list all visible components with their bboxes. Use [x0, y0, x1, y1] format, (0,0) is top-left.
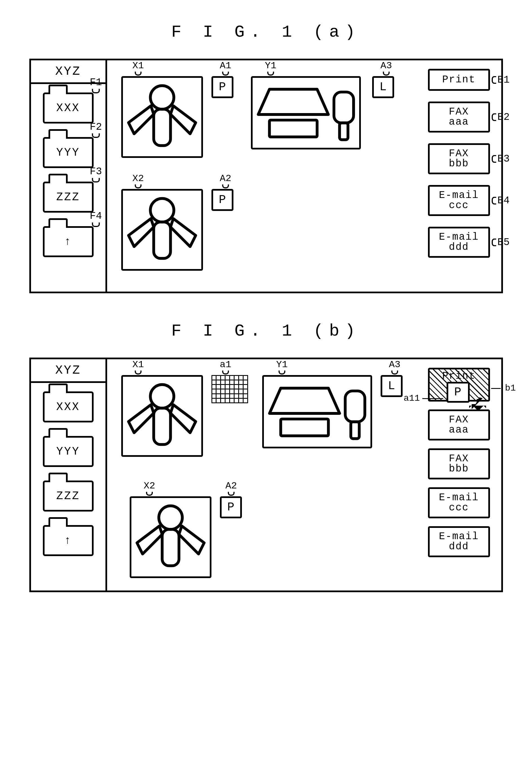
thumb-x1[interactable]	[121, 76, 203, 158]
dest-fax-bbb[interactable]: FAXbbb	[428, 143, 490, 174]
dest-email-ccc[interactable]: E-mailccc	[428, 185, 490, 216]
landscape-icon	[253, 78, 359, 148]
window-fig-b: XYZ XXX YYY ZZZ ↑ X1	[29, 358, 503, 592]
folder-text: YYY	[56, 146, 80, 159]
thumb-x1[interactable]	[121, 375, 203, 457]
folder-zzz[interactable]: ZZZ	[43, 481, 94, 512]
dest-subtext: ccc	[449, 503, 469, 513]
person-icon	[131, 498, 210, 576]
orient-a3-tag: A3	[389, 359, 401, 374]
dest-text: FAX	[449, 454, 469, 464]
svg-marker-10	[269, 388, 339, 413]
dest-tag: B3	[492, 153, 509, 165]
folder-text: ZZZ	[56, 490, 80, 503]
orient-a3-val: L	[388, 379, 395, 393]
dest-subtext: ddd	[449, 242, 469, 252]
callout-line	[422, 398, 443, 399]
folder-xxx[interactable]: F1 XXX	[43, 92, 94, 124]
folder-up[interactable]: ↑	[43, 525, 94, 556]
orient-a3-tag: A3	[381, 60, 392, 76]
orient-a3[interactable]: L	[372, 76, 394, 98]
dest-fax-aaa[interactable]: FAXaaa	[428, 102, 490, 133]
person-icon	[123, 78, 201, 156]
thumb-y1[interactable]	[251, 76, 361, 149]
folder-yyy[interactable]: F2 YYY	[43, 137, 94, 168]
orient-a3[interactable]: L	[381, 375, 403, 397]
svg-rect-4	[334, 92, 354, 123]
window-fig-a: XYZ F1 XXX F2 YYY F3 ZZZ F4 ↑ X1	[29, 59, 503, 293]
orient-a2[interactable]: P	[211, 189, 233, 211]
sidebar-items: F1 XXX F2 YYY F3 ZZZ F4 ↑	[31, 84, 105, 292]
dest-subtext: bbb	[449, 159, 469, 169]
svg-rect-11	[281, 419, 328, 436]
dest-subtext: bbb	[449, 464, 469, 474]
orient-a2-tag: A2	[226, 481, 237, 496]
cursor-arrow-icon	[469, 395, 486, 412]
dest-email-ccc[interactable]: E-mailccc	[428, 487, 490, 518]
destination-list: Print B1 FAXaaa B2 FAXbbb B3 E-mailccc B…	[428, 69, 490, 258]
workspace: X1 A1 P Y1 A3 L X2	[107, 60, 501, 292]
svg-rect-12	[345, 391, 365, 422]
figure-a-title: F I G. 1 (a)	[11, 23, 521, 42]
dest-subtext: aaa	[449, 425, 469, 435]
svg-point-6	[150, 199, 174, 222]
person-icon	[123, 191, 201, 269]
orient-a1-tag: a1	[220, 359, 231, 374]
folder-up[interactable]: F4 ↑	[43, 226, 94, 257]
thumb-y1-label: Y1	[276, 359, 288, 374]
svg-point-0	[150, 86, 174, 109]
folder-text: YYY	[56, 445, 80, 458]
dest-email-ddd[interactable]: E-mailddd	[428, 227, 490, 258]
orient-a3-val: L	[379, 80, 387, 94]
dragged-p-box[interactable]: P	[447, 382, 470, 403]
folder-tag: F3	[90, 166, 102, 182]
thumb-x1-label: X1	[133, 359, 144, 374]
folder-text: ZZZ	[56, 191, 80, 204]
figure-b-title: F I G. 1 (b)	[11, 321, 521, 341]
orient-a2-val: P	[227, 501, 234, 514]
svg-marker-2	[258, 89, 328, 114]
folder-yyy[interactable]: YYY	[43, 436, 94, 467]
dest-text: FAX	[449, 415, 469, 425]
thumb-x2[interactable]	[121, 189, 203, 271]
dest-tag: B1	[492, 74, 509, 86]
svg-point-8	[150, 385, 174, 408]
orient-a2-tag: A2	[220, 173, 231, 188]
thumb-y1[interactable]	[262, 375, 372, 448]
callout-b1: b1	[505, 383, 516, 393]
dest-text: E-mail	[439, 532, 479, 542]
dragged-p-text: P	[454, 386, 462, 398]
folder-tag: F2	[90, 121, 102, 138]
dest-fax-aaa[interactable]: FAXaaa	[428, 409, 490, 440]
thumb-x1-label: X1	[133, 60, 144, 76]
svg-rect-5	[339, 123, 348, 140]
thumb-x2[interactable]	[130, 496, 211, 578]
landscape-icon	[264, 377, 370, 447]
folder-text: ↑	[64, 235, 72, 248]
dest-text: FAX	[449, 149, 469, 159]
folder-zzz[interactable]: F3 ZZZ	[43, 182, 94, 213]
sidebar-header: XYZ	[31, 359, 105, 383]
dest-text: E-mail	[439, 232, 479, 242]
orient-a2[interactable]: P	[220, 496, 242, 518]
sidebar-items: XXX YYY ZZZ ↑	[31, 383, 105, 590]
dest-print-drop[interactable]: Print P	[428, 368, 490, 402]
dest-text: E-mail	[439, 190, 479, 200]
folder-tag: F4	[90, 210, 102, 227]
folder-xxx[interactable]: XXX	[43, 391, 94, 422]
dest-print[interactable]: Print	[428, 69, 490, 91]
svg-rect-13	[351, 422, 359, 439]
dest-fax-bbb[interactable]: FAXbbb	[428, 448, 490, 479]
folder-text: ↑	[64, 534, 72, 547]
dest-tag: B4	[492, 195, 509, 206]
orient-a1-tag: A1	[220, 60, 231, 76]
svg-rect-3	[269, 120, 317, 137]
dest-email-ddd[interactable]: E-mailddd	[428, 526, 490, 557]
orient-a1[interactable]: P	[211, 76, 233, 98]
thumb-x2-label: X2	[144, 481, 155, 496]
orient-a2-val: P	[219, 193, 226, 207]
dest-text: FAX	[449, 107, 469, 117]
dest-subtext: aaa	[449, 117, 469, 127]
workspace: X1 a1 Y1	[107, 359, 501, 590]
orient-a1-val: P	[219, 80, 226, 94]
